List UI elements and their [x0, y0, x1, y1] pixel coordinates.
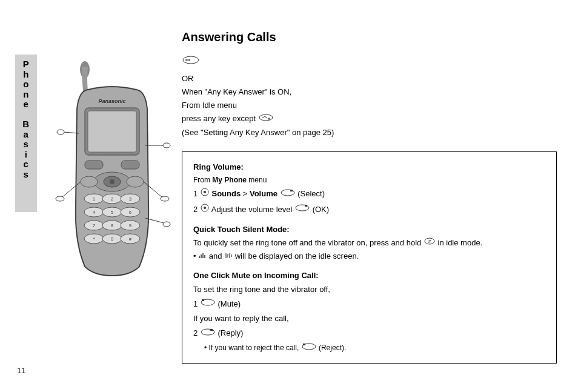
mute-step1-num: 1 — [193, 299, 200, 308]
signal-icon — [198, 251, 207, 263]
svg-rect-46 — [290, 190, 293, 191]
svg-rect-56 — [210, 329, 213, 331]
ok-key-icon — [294, 203, 310, 216]
svg-text:#: # — [129, 237, 131, 241]
intro-line4: (See "Setting Any Key Answer" on page 25… — [182, 126, 557, 139]
quick-touch-line1: To quickly set the ring tone off and the… — [193, 236, 545, 250]
qt-and: and — [209, 251, 224, 261]
intro-line3-text: press any key except — [182, 114, 258, 123]
answer-key-icon — [182, 55, 557, 67]
svg-text:7: 7 — [93, 224, 95, 228]
step1-end: (Select) — [297, 189, 325, 198]
page-title: Answering Calls — [182, 30, 557, 44]
reject-end: (Reject). — [319, 344, 346, 352]
section-tab: Phone Basics — [15, 55, 37, 212]
ring-step2: 2 Adjust the volume level (OK) — [193, 203, 545, 217]
svg-text:2: 2 — [111, 197, 113, 201]
mute-step1: 1 (Mute) — [193, 297, 545, 311]
sounds-label: Sounds — [211, 189, 241, 198]
svg-point-9 — [81, 176, 98, 187]
reject-text: • If you want to reject the call, — [204, 344, 301, 352]
svg-point-36 — [163, 143, 170, 148]
section-tab-label: Phone Basics — [21, 59, 31, 179]
qt-line1b: in idle mode. — [438, 238, 483, 247]
qt-bullet-dot: • — [193, 251, 198, 261]
phone-illustration: Panasonic 123 456 789 — [51, 61, 173, 279]
svg-point-37 — [56, 196, 64, 201]
qt-line1a: To quickly set the ring tone off and the… — [193, 238, 424, 247]
svg-point-48 — [204, 207, 206, 209]
svg-point-10 — [127, 176, 144, 187]
svg-text:3: 3 — [129, 197, 131, 201]
select-key-icon — [280, 188, 296, 201]
mute-reject: • If you want to reject the call, (Rejec… — [204, 342, 545, 354]
svg-text:0: 0 — [111, 237, 113, 241]
svg-point-8 — [110, 179, 115, 184]
svg-text:#: # — [428, 239, 431, 244]
svg-rect-54 — [202, 299, 204, 301]
intro-line1: When "Any Key Answer" is ON, — [182, 85, 557, 99]
svg-rect-3 — [88, 111, 136, 152]
step2-text: Adjust the volume level — [211, 205, 294, 214]
nav-key-icon — [200, 187, 210, 201]
nav-key-icon-2 — [200, 203, 210, 217]
svg-point-44 — [204, 191, 206, 193]
svg-text:Panasonic: Panasonic — [98, 98, 125, 104]
volume-label: Volume — [250, 189, 277, 198]
instruction-box: Ring Volume: From My Phone menu 1 Sounds… — [182, 151, 557, 364]
intro-text: OR When "Any Key Answer" is ON, From Idl… — [182, 72, 557, 139]
page-number: 11 — [17, 366, 25, 375]
intro-line3: press any key except — [182, 112, 557, 126]
svg-text:5: 5 — [111, 210, 113, 214]
svg-point-40 — [183, 56, 199, 64]
quick-touch-bullet: • and will be displayed on the idle scre… — [193, 250, 545, 263]
reply-key-icon — [200, 327, 216, 341]
quick-touch-heading: Quick Touch Silent Mode: — [193, 223, 545, 236]
svg-point-35 — [57, 130, 64, 135]
content-area: Answering Calls OR When "Any Key Answer"… — [182, 30, 557, 364]
svg-rect-58 — [303, 344, 305, 345]
svg-point-41 — [259, 115, 273, 121]
svg-point-42 — [268, 118, 270, 119]
manual-page: Phone Basics Panasonic — [0, 0, 578, 392]
vibrate-icon — [224, 251, 233, 263]
mute-step2-text: (Reply) — [218, 328, 243, 337]
svg-rect-50 — [305, 205, 307, 207]
step2-end: (OK) — [313, 205, 329, 214]
ring-step1: 1 Sounds > Volume (Select) — [193, 187, 545, 201]
svg-text:9: 9 — [129, 224, 131, 228]
svg-text:6: 6 — [129, 210, 131, 214]
ring-volume-from: From My Phone menu — [193, 174, 545, 186]
mute-key-icon — [200, 297, 216, 311]
mute-line2: If you want to reply the call, — [193, 312, 545, 325]
mute-heading: One Click Mute on Incoming Call: — [193, 269, 545, 282]
svg-text:1: 1 — [93, 197, 95, 201]
svg-text:*: * — [93, 237, 95, 241]
intro-line2: From Idle menu — [182, 99, 557, 112]
from-after: menu — [247, 176, 267, 184]
svg-rect-5 — [121, 161, 139, 169]
step1-num: 1 — [193, 189, 200, 198]
svg-point-38 — [161, 196, 169, 201]
svg-text:8: 8 — [111, 224, 113, 228]
hash-key-icon: # — [424, 236, 436, 250]
mute-line1: To set the ring tone and the vibrator of… — [193, 283, 545, 296]
gt: > — [241, 189, 250, 198]
reject-key-icon — [301, 342, 317, 354]
qt-bullet-end: will be displayed on the idle screen. — [235, 251, 359, 261]
from-text: From — [193, 176, 212, 184]
mute-step2: 2 (Reply) — [193, 327, 545, 341]
ring-volume-heading: Ring Volume: — [193, 161, 545, 174]
intro-or: OR — [182, 72, 557, 85]
svg-rect-4 — [85, 161, 103, 169]
svg-point-39 — [163, 222, 170, 227]
step2-num: 2 — [193, 205, 200, 214]
mute-step2-num: 2 — [193, 328, 200, 337]
svg-text:4: 4 — [93, 210, 95, 214]
mute-step1-text: (Mute) — [218, 299, 241, 308]
end-key-icon — [258, 113, 274, 126]
from-bold: My Phone — [212, 176, 247, 184]
